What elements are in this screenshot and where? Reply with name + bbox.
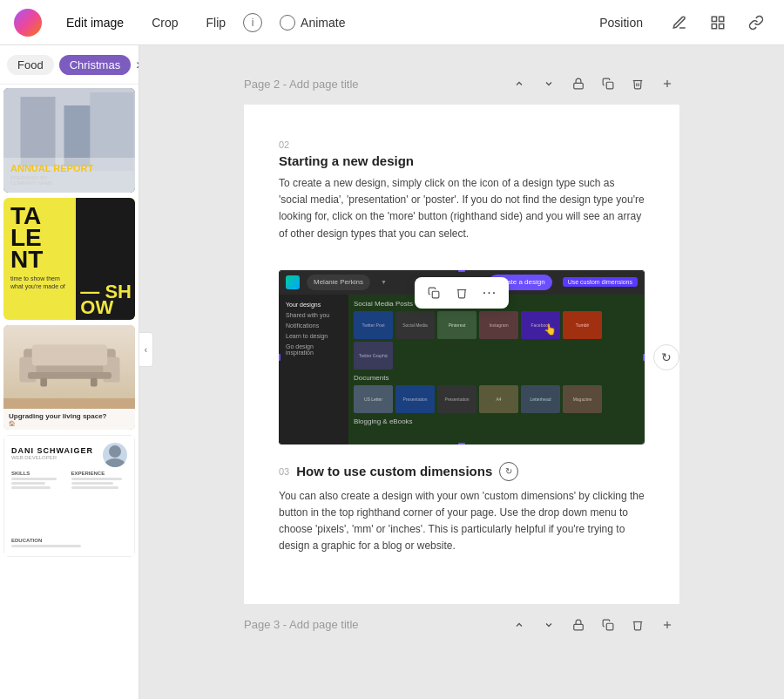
position-button[interactable]: Position [587,10,655,35]
page3-delete-button[interactable] [625,613,650,637]
page2-body: 02 Starting a new design To create a new… [244,105,679,604]
step2-title: Starting a new design [279,153,645,168]
step3-header: 03 How to use custom dimensions ↻ [279,462,645,481]
svg-rect-3 [720,24,724,28]
animate-icon [280,15,295,31]
step2-number: 02 [279,139,645,150]
page2-content: 02 Starting a new design To create a new… [244,105,679,604]
step2-text: To create a new design, simply click on … [279,175,645,242]
float-delete-button[interactable] [449,281,474,305]
svg-point-16 [109,445,121,458]
float-toolbar: ··· [415,277,509,309]
svg-rect-12 [31,345,106,366]
info-icon[interactable]: i [243,13,262,32]
crop-button[interactable]: Crop [141,10,188,35]
app-logo [14,9,42,37]
svg-rect-23 [574,624,584,629]
page3-move-down-button[interactable] [537,613,561,637]
page3-duplicate-button[interactable] [596,613,620,637]
list-item[interactable]: ANNUAL REPORT PREPARED BYCOMPANY NAME [3,88,135,193]
svg-rect-0 [712,17,716,21]
svg-rect-22 [432,291,439,298]
list-item[interactable]: DANI SCHWAIGER WEB DEVELOPER SKILLS [3,435,135,557]
page3-label: Page 3 - Add page title [244,618,502,631]
svg-rect-24 [606,623,613,630]
page3-add-button[interactable] [655,613,679,637]
edit-image-button[interactable]: Edit image [56,10,134,35]
page3-move-up-button[interactable] [507,613,531,637]
page3-header: Page 3 - Add page title [244,604,679,646]
page-move-down-button[interactable] [537,71,561,96]
float-more-button[interactable]: ··· [477,281,502,305]
svg-rect-2 [712,24,716,28]
toolbar-right: Position [587,9,770,37]
svg-rect-15 [90,378,97,387]
page3-lock-button[interactable] [566,613,591,637]
link-tool-button[interactable] [742,9,770,37]
step3-number: 03 [279,466,289,477]
flip-button[interactable]: Flip [196,10,237,35]
svg-rect-14 [40,378,47,387]
canvas-area: Page 2 - Add page title [139,45,784,699]
step3-title: How to use custom dimensions [296,464,492,478]
svg-rect-13 [28,372,112,379]
template-list: ANNUAL REPORT PREPARED BYCOMPANY NAME TA… [0,85,139,699]
svg-rect-5 [21,97,56,166]
page2-label: Page 2 - Add page title [244,78,502,91]
svg-rect-1 [720,17,724,21]
page-delete-button[interactable] [625,71,650,96]
pen-tool-button[interactable] [666,9,693,37]
christmas-tag[interactable]: Christmas [59,55,132,75]
sidebar: Food Christmas › [0,45,139,699]
page-duplicate-button[interactable] [596,71,620,96]
food-tag[interactable]: Food [7,55,54,75]
svg-rect-18 [574,83,584,88]
animate-button[interactable]: Animate [269,10,355,36]
grid-tool-button[interactable] [704,9,732,37]
sidebar-tags: Food Christmas › [0,45,139,85]
main-toolbar: Edit image Crop Flip i Animate Position [0,0,784,45]
svg-point-17 [105,458,125,467]
design-screenshot-wrapper: ··· Melanie Perkins ▼ Create a design Us… [279,270,645,445]
step3-text: You can also create a design with your o… [279,488,645,555]
page-lock-button[interactable] [566,71,591,96]
page2-header: Page 2 - Add page title [244,63,679,105]
svg-rect-6 [64,105,91,166]
list-item[interactable]: TALENT time to show them what you're mad… [3,198,135,320]
custom-dim-icon: ↻ [499,462,518,481]
page-move-up-button[interactable] [507,71,531,96]
svg-rect-19 [606,82,613,89]
sidebar-collapse-button[interactable]: ‹ [139,332,153,367]
main-area: Food Christmas › [0,45,784,699]
rotate-handle[interactable]: ↻ [653,344,679,370]
page-add-button[interactable] [655,71,679,96]
list-item[interactable]: Upgrading your living space? 🏠 [3,325,135,430]
float-copy-button[interactable] [422,281,446,305]
